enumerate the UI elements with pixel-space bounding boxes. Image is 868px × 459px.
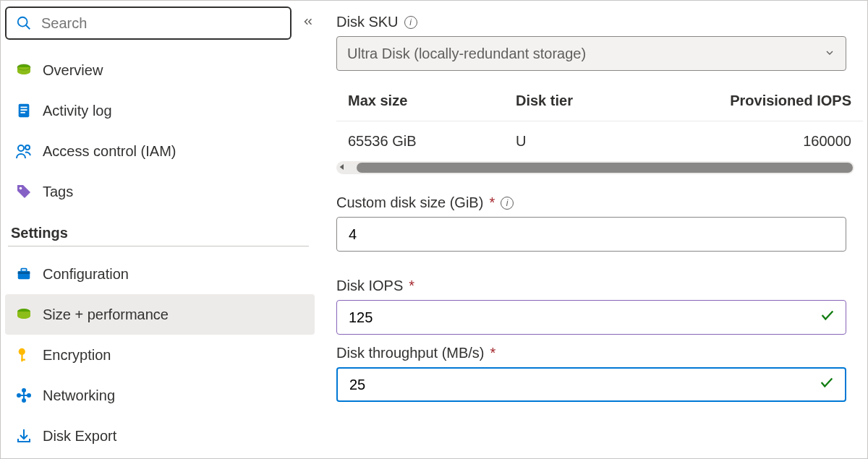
sidebar-item-size-performance[interactable]: Size + performance [5, 294, 315, 335]
disk-icon [15, 61, 33, 79]
sidebar-item-configuration[interactable]: Configuration [5, 254, 315, 294]
svg-rect-7 [20, 112, 25, 113]
svg-rect-17 [21, 359, 25, 361]
svg-rect-13 [21, 269, 26, 272]
collapse-sidebar-button[interactable] [302, 15, 315, 32]
sidebar-item-overview[interactable]: Overview [5, 50, 315, 90]
sidebar-item-label: Access control (IAM) [43, 143, 176, 160]
sidebar-item-encryption[interactable]: Encryption [5, 335, 315, 375]
main-content: Disk SKU i Ultra Disk (locally-redundant… [319, 1, 867, 458]
custom-disk-size-input[interactable] [336, 217, 846, 252]
sidebar-section-settings: Settings [8, 212, 309, 246]
sidebar-item-label: Disk Export [43, 428, 116, 445]
svg-point-10 [20, 187, 22, 190]
disk-iops-input[interactable] [336, 300, 846, 335]
required-asterisk: * [409, 278, 414, 294]
svg-point-8 [18, 145, 24, 151]
scrollbar-thumb[interactable] [357, 163, 853, 173]
toolbox-icon [15, 265, 33, 283]
scroll-left-icon[interactable] [336, 160, 348, 177]
chevron-down-icon [824, 46, 835, 62]
valid-check-icon [820, 307, 835, 327]
sidebar: Overview Activity log Access control [1, 1, 319, 458]
svg-rect-6 [20, 109, 27, 111]
sidebar-item-access-control[interactable]: Access control (IAM) [5, 131, 315, 171]
sidebar-item-label: Size + performance [43, 306, 169, 323]
search-box[interactable] [5, 7, 292, 40]
cell-max-size: 65536 GiB [348, 133, 516, 150]
svg-point-18 [17, 394, 20, 397]
col-disk-tier: Disk tier [516, 93, 684, 109]
svg-point-20 [22, 389, 25, 392]
key-icon [15, 346, 33, 364]
disk-throughput-input[interactable] [336, 367, 846, 402]
search-input[interactable] [40, 14, 281, 33]
info-icon[interactable]: i [501, 197, 514, 210]
table-row[interactable]: 65536 GiB U 160000 [336, 121, 863, 161]
col-max-size: Max size [348, 93, 516, 109]
cell-disk-tier: U [516, 133, 684, 150]
export-icon [15, 427, 33, 445]
svg-point-9 [25, 145, 30, 150]
sidebar-item-label: Tags [43, 184, 73, 200]
cell-iops: 160000 [684, 133, 851, 150]
sidebar-item-label: Configuration [43, 266, 129, 283]
tag-icon [15, 183, 33, 200]
sidebar-item-label: Activity log [43, 103, 112, 119]
svg-point-19 [27, 394, 30, 397]
disk-icon [15, 306, 33, 323]
sku-table: Max size Disk tier Provisioned IOPS 6553… [336, 81, 863, 161]
sidebar-item-networking[interactable]: Networking [5, 375, 315, 416]
sidebar-item-label: Overview [43, 62, 103, 79]
svg-point-0 [18, 17, 27, 27]
horizontal-scrollbar[interactable] [336, 161, 854, 174]
svg-line-1 [26, 25, 30, 30]
disk-throughput-label: Disk throughput (MB/s) [336, 345, 485, 361]
log-icon [15, 102, 33, 119]
people-icon [15, 142, 33, 160]
sidebar-item-tags[interactable]: Tags [5, 171, 315, 212]
search-icon [15, 14, 33, 32]
info-icon[interactable]: i [404, 16, 417, 29]
valid-check-icon [819, 374, 835, 395]
custom-disk-size-label: Custom disk size (GiB) [336, 194, 483, 211]
sidebar-item-disk-export[interactable]: Disk Export [5, 416, 315, 456]
sidebar-item-label: Networking [43, 387, 115, 404]
network-icon [15, 387, 33, 404]
disk-sku-select[interactable]: Ultra Disk (locally-redundant storage) [336, 36, 846, 71]
required-asterisk: * [489, 194, 495, 211]
disk-throughput-field[interactable] [348, 376, 819, 394]
custom-disk-size-field[interactable] [347, 226, 835, 244]
disk-iops-label: Disk IOPS [336, 278, 403, 294]
sidebar-item-label: Encryption [43, 347, 111, 364]
disk-iops-field[interactable] [347, 309, 820, 327]
col-provisioned-iops: Provisioned IOPS [684, 93, 851, 109]
sidebar-item-activity-log[interactable]: Activity log [5, 90, 315, 131]
required-asterisk: * [490, 345, 496, 361]
disk-sku-label: Disk SKU [336, 14, 399, 30]
svg-point-21 [22, 399, 25, 402]
svg-point-15 [19, 348, 25, 355]
disk-sku-value: Ultra Disk (locally-redundant storage) [347, 46, 586, 62]
svg-rect-5 [20, 107, 27, 108]
